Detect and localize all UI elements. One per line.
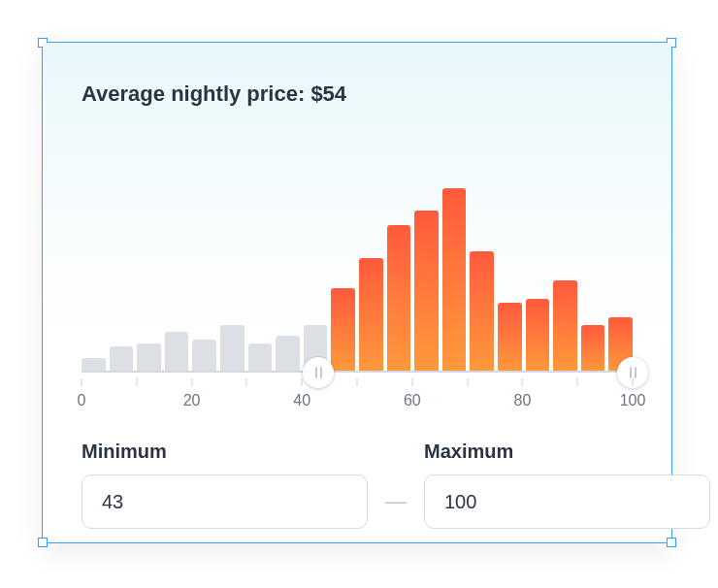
histogram-bar — [331, 288, 355, 373]
axis-tick — [411, 378, 412, 386]
axis-label-value: 80 — [513, 392, 531, 409]
axis-label-value: 100 — [620, 392, 646, 409]
histogram-bar — [359, 258, 383, 373]
max-price-label: Maximum — [424, 441, 710, 463]
price-filter-card: Average nightly price: $54 020406080100 … — [42, 42, 672, 543]
price-inputs-row: Minimum — Maximum — [82, 441, 633, 529]
selection-handle-bl[interactable] — [38, 538, 48, 547]
x-axis: 020406080100 — [82, 373, 633, 421]
max-price-input[interactable] — [424, 474, 710, 529]
histogram-bar — [470, 251, 494, 373]
min-price-input[interactable] — [82, 474, 368, 529]
histogram-bar — [387, 225, 411, 373]
histogram-bar — [248, 343, 273, 373]
histogram-bar — [110, 346, 134, 373]
axis-tick — [577, 378, 578, 386]
max-price-group: Maximum — [424, 441, 710, 529]
axis-tick — [522, 378, 523, 386]
axis-label-value: 20 — [183, 392, 201, 409]
axis-ticks — [82, 373, 633, 386]
histogram-bar — [553, 280, 577, 373]
axis-tick — [467, 378, 468, 386]
axis-tick — [246, 378, 247, 386]
histogram-bar — [526, 299, 550, 373]
range-separator: — — [385, 474, 407, 529]
histogram-bar — [137, 343, 161, 373]
min-price-label: Minimum — [82, 441, 368, 463]
min-price-group: Minimum — [82, 441, 368, 529]
axis-tick — [302, 378, 303, 386]
page-title: Average nightly price: $54 — [82, 82, 633, 107]
axis-tick — [633, 378, 634, 386]
selection-handle-br[interactable] — [667, 538, 676, 547]
average-price-value: $54 — [310, 82, 346, 106]
axis-tick — [136, 378, 137, 386]
histogram-bars — [82, 188, 633, 373]
histogram-bar — [192, 340, 216, 373]
title-label: Average nightly price: — [82, 82, 310, 106]
histogram-bar — [442, 188, 467, 373]
histogram-bar — [165, 332, 189, 373]
histogram-bar — [581, 325, 605, 373]
axis-label-value: 0 — [78, 392, 86, 409]
histogram-bar — [276, 336, 300, 373]
axis-tick — [82, 378, 82, 386]
histogram-bar — [220, 325, 245, 373]
axis-label-value: 40 — [293, 392, 310, 409]
histogram-bar — [414, 211, 439, 373]
axis-tick — [357, 378, 358, 386]
axis-tick — [191, 378, 192, 386]
price-histogram — [82, 188, 633, 373]
axis-label-value: 60 — [404, 392, 421, 409]
card-top: Average nightly price: $54 — [43, 43, 671, 373]
histogram-bar — [498, 303, 522, 373]
axis-labels: 020406080100 — [82, 392, 633, 415]
